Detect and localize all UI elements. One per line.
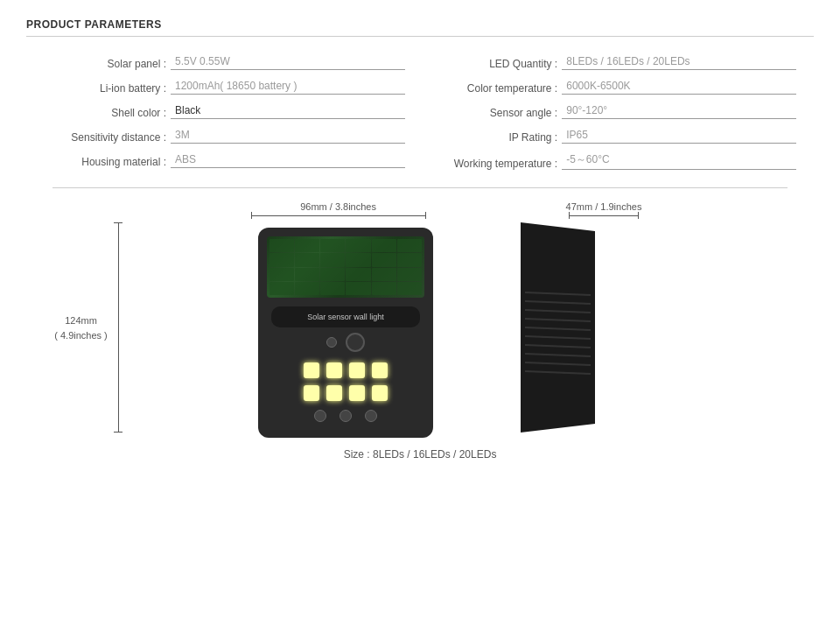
side-width-arrow: [569, 212, 639, 219]
param-value-wrap-battery: 1200mAh( 18650 battery ): [171, 79, 405, 95]
param-value-wrap-housing: ABS: [171, 152, 405, 168]
led-grid: [304, 362, 388, 401]
param-label-temp: Working temperature :: [435, 158, 562, 170]
params-left-col: Solar panel : 5.5V 0.55W Li-ion battery …: [44, 54, 405, 179]
param-row-sensor: Sensor angle : 90°-120°: [435, 103, 796, 119]
param-row-colortemp: Color temperature : 6000K-6500K: [435, 79, 796, 95]
side-dim-top: 47mm / 1.9inches: [566, 201, 642, 219]
param-row-shell: Shell color : Black: [44, 103, 405, 119]
solar-cell: [270, 239, 294, 252]
led-2: [326, 362, 342, 378]
param-label-led: LED Quantity :: [435, 58, 562, 70]
param-label-solar: Solar panel :: [44, 58, 171, 70]
side-width-label: 47mm / 1.9inches: [566, 201, 642, 212]
height-inches: ( 4.9inches ): [54, 329, 108, 340]
param-label-sensor: Sensor angle :: [435, 107, 562, 119]
led-8: [372, 385, 388, 401]
height-line: [118, 223, 119, 432]
size-label-wrapper: Size : 8LEDs / 16LEDs / 20LEDs: [61, 448, 779, 461]
param-value-wrap-shell: Black: [171, 103, 405, 119]
param-value-wrap-led: 8LEDs / 16LEDs / 20LEDs: [562, 54, 796, 70]
param-row-led: LED Quantity : 8LEDs / 16LEDs / 20LEDs: [435, 54, 796, 70]
params-area: Solar panel : 5.5V 0.55W Li-ion battery …: [26, 54, 814, 179]
param-value-wrap-colortemp: 6000K-6500K: [562, 79, 796, 95]
param-value-wrap-sensitivity: 3M: [171, 128, 405, 144]
param-value-wrap-sensor: 90°-120°: [562, 103, 796, 119]
btn-circle-1: [314, 410, 326, 422]
param-value-led: 8LEDs / 16LEDs / 20LEDs: [562, 55, 690, 67]
height-dim-wrapper: 124mm ( 4.9inches ): [114, 222, 122, 433]
side-arrow-right-tick: [638, 212, 639, 219]
led-4: [372, 362, 388, 378]
height-mm: 124mm: [65, 315, 97, 326]
led-1: [304, 362, 319, 378]
led-5: [304, 385, 319, 401]
product-side-image: [521, 222, 599, 433]
pir-sensor-icon: [346, 333, 365, 352]
sensor-dot-icon: [326, 337, 337, 348]
product-front-image: Solar sensor wall light: [258, 228, 433, 438]
section-title: PRODUCT PARAMETERS: [26, 18, 162, 31]
solar-panel: [267, 236, 424, 298]
param-label-colortemp: Color temperature :: [435, 82, 562, 95]
param-row-ip: IP Rating : IP65: [435, 128, 796, 144]
params-right-col: LED Quantity : 8LEDs / 16LEDs / 20LEDs C…: [435, 54, 796, 179]
section-header: PRODUCT PARAMETERS: [26, 18, 814, 37]
height-bottom-tick: [114, 432, 122, 433]
product-label-strip: Solar sensor wall light: [271, 306, 420, 327]
param-row-battery: Li-ion battery : 1200mAh( 18650 battery …: [44, 79, 405, 95]
param-value-ip: IP65: [562, 129, 588, 141]
led-7: [349, 385, 365, 401]
front-dim-top: 96mm / 3.8inches: [251, 201, 426, 219]
led-6: [326, 385, 342, 401]
param-value-temp: -5～60°C: [562, 153, 609, 165]
param-value-colortemp: 6000K-6500K: [562, 80, 630, 92]
param-value-housing: ABS: [171, 153, 196, 165]
param-value-sensor: 90°-120°: [562, 104, 607, 116]
bottom-controls: [314, 410, 377, 422]
param-value-battery: 1200mAh( 18650 battery ): [171, 80, 297, 92]
product-label-text: Solar sensor wall light: [307, 313, 384, 321]
param-value-solar: 5.5V 0.55W: [171, 55, 230, 67]
param-value-wrap-solar: 5.5V 0.55W: [171, 54, 405, 70]
horizontal-divider: [52, 187, 788, 188]
param-label-housing: Housing material :: [44, 156, 171, 168]
param-row-housing: Housing material : ABS: [44, 152, 405, 168]
front-width-arrow: [251, 212, 426, 219]
size-label: Size : 8LEDs / 16LEDs / 20LEDs: [344, 448, 497, 461]
front-width-label: 96mm / 3.8inches: [300, 201, 376, 212]
param-label-battery: Li-ion battery :: [44, 82, 171, 95]
diagram-area: 96mm / 3.8inches 47mm / 1.9inches: [26, 201, 814, 461]
front-arrow-line: [252, 215, 425, 216]
sensor-row: [326, 333, 365, 352]
height-label: 124mm ( 4.9inches ): [52, 313, 109, 342]
side-view-container: [521, 222, 599, 438]
led-3: [349, 362, 365, 378]
param-label-shell: Shell color :: [44, 107, 171, 119]
param-row-sensitivity: Sensitivity distance : 3M: [44, 128, 405, 144]
front-view-container: Solar sensor wall light: [258, 222, 433, 438]
param-row-solar: Solar panel : 5.5V 0.55W: [44, 54, 405, 70]
param-value-shell: Black: [171, 104, 200, 116]
param-row-temp: Working temperature : -5～60°C: [435, 152, 796, 170]
front-arrow-right-tick: [425, 212, 426, 219]
page-container: PRODUCT PARAMETERS Solar panel : 5.5V 0.…: [0, 0, 840, 626]
products-row: 124mm ( 4.9inches ): [61, 222, 779, 438]
btn-circle-2: [340, 410, 352, 422]
param-value-wrap-ip: IP65: [562, 128, 796, 144]
param-value-sensitivity: 3M: [171, 129, 190, 141]
top-dim-labels: 96mm / 3.8inches 47mm / 1.9inches: [88, 201, 779, 219]
side-arrow-line: [570, 215, 638, 216]
btn-circle-3: [365, 410, 377, 422]
param-label-sensitivity: Sensitivity distance :: [44, 131, 171, 144]
param-label-ip: IP Rating :: [435, 131, 562, 144]
param-value-wrap-temp: -5～60°C: [562, 152, 796, 170]
